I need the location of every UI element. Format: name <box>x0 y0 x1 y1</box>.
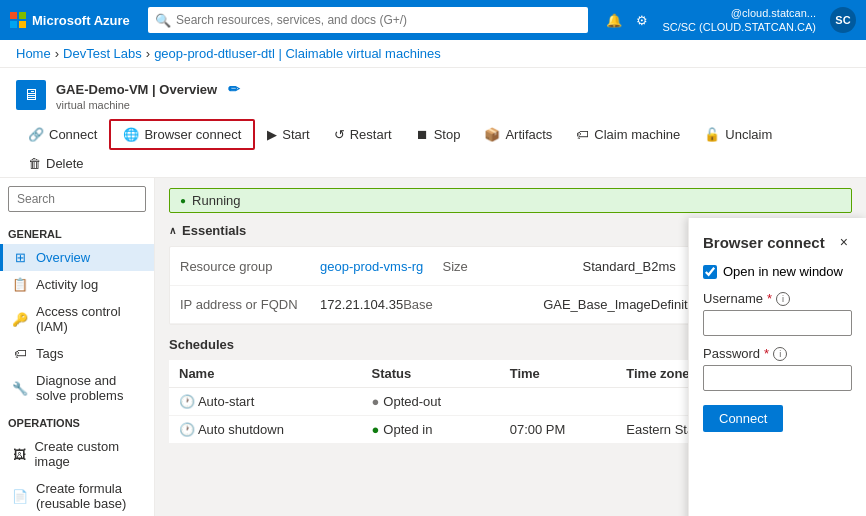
col-status: Status <box>361 360 499 388</box>
schedule-time-1 <box>500 388 617 416</box>
panel-close-button[interactable]: × <box>836 232 852 252</box>
status-text: Running <box>192 193 240 208</box>
sidebar: General ⊞ Overview 📋 Activity log 🔑 Acce… <box>0 178 155 516</box>
tags-icon: 🏷 <box>12 346 28 361</box>
rg-link[interactable]: geop-prod-vms-rg <box>320 259 423 274</box>
artifacts-button[interactable]: 📦 Artifacts <box>472 121 564 148</box>
artifacts-icon: 📦 <box>484 127 500 142</box>
sidebar-item-custom-image[interactable]: 🖼 Create custom image <box>0 433 154 475</box>
browser-connect-icon: 🌐 <box>123 127 139 142</box>
open-new-window-row: Open in new window <box>703 264 852 279</box>
e-label-rg: Resource group <box>180 259 320 274</box>
claim-machine-button[interactable]: 🏷 Claim machine <box>564 121 692 148</box>
sidebar-item-overview[interactable]: ⊞ Overview <box>0 244 154 271</box>
search-input[interactable] <box>148 7 588 33</box>
password-required: * <box>764 346 769 361</box>
activity-log-icon: 📋 <box>12 277 28 292</box>
sidebar-label-custom-image: Create custom image <box>34 439 146 469</box>
sidebar-label-formula: Create formula (reusable base) <box>36 481 146 511</box>
essentials-chevron[interactable]: ∧ <box>169 225 176 236</box>
stop-button[interactable]: ⏹ Stop <box>404 121 473 148</box>
iam-icon: 🔑 <box>12 312 28 327</box>
sidebar-label-diagnose: Diagnose and solve problems <box>36 373 146 403</box>
connect-button[interactable]: 🔗 Connect <box>16 121 109 148</box>
e-value-rg: geop-prod-vms-rg <box>320 259 443 274</box>
sidebar-item-activity-log[interactable]: 📋 Activity log <box>0 271 154 298</box>
status-bar: ● Running <box>169 188 852 213</box>
edit-icon[interactable]: ✏ <box>228 81 240 97</box>
sidebar-label-tags: Tags <box>36 346 63 361</box>
notifications-icon[interactable]: 🔔 <box>606 13 622 28</box>
sidebar-item-iam[interactable]: 🔑 Access control (IAM) <box>0 298 154 340</box>
restart-button[interactable]: ↺ Restart <box>322 121 404 148</box>
essentials-title: Essentials <box>182 223 246 238</box>
global-search[interactable]: 🔍 <box>148 7 588 33</box>
password-info-icon[interactable]: i <box>773 347 787 361</box>
open-new-window-checkbox[interactable] <box>703 265 717 279</box>
status-dot-green-2: ● <box>371 422 379 437</box>
sidebar-search-input[interactable] <box>8 186 146 212</box>
page-title-text: GAE-Demo-VM | Overview <box>56 82 217 97</box>
password-label: Password * i <box>703 346 852 361</box>
status-dot: ● <box>180 195 186 206</box>
schedule-status-2: ● Opted in <box>361 416 499 444</box>
sidebar-section-general: General <box>0 220 154 244</box>
unclaim-button[interactable]: 🔓 Unclaim <box>692 121 784 148</box>
sidebar-item-formula[interactable]: 📄 Create formula (reusable base) <box>0 475 154 516</box>
breadcrumb-home[interactable]: Home <box>16 46 51 61</box>
avatar[interactable]: SC <box>830 7 856 33</box>
schedule-status-1: ● Opted-out <box>361 388 499 416</box>
vm-icon: 🖥 <box>16 80 46 110</box>
restart-icon: ↺ <box>334 127 345 142</box>
username-info-icon[interactable]: i <box>776 292 790 306</box>
browser-connect-panel: Browser connect × Open in new window Use… <box>688 218 866 516</box>
username-label: Username * i <box>703 291 852 306</box>
page-subtitle: virtual machine <box>56 99 240 111</box>
sidebar-label-activity-log: Activity log <box>36 277 98 292</box>
azure-logo: Microsoft Azure <box>10 12 140 28</box>
schedules-title: Schedules <box>169 337 234 352</box>
schedule-time-2: 07:00 PM <box>500 416 617 444</box>
e-value-size: Standard_B2ms <box>583 259 706 274</box>
topbar-brand: Microsoft Azure <box>32 13 130 28</box>
sidebar-item-tags[interactable]: 🏷 Tags <box>0 340 154 367</box>
ms-logo-icon <box>10 12 26 28</box>
schedule-name-1: 🕐 Auto-start <box>169 388 361 416</box>
topbar: Microsoft Azure 🔍 🔔 ⚙ @cloud.statcan... … <box>0 0 866 40</box>
schedule-clock-icon-2: 🕐 <box>179 422 195 437</box>
username-input[interactable] <box>703 310 852 336</box>
connect-submit-button[interactable]: Connect <box>703 405 783 432</box>
start-icon: ▶ <box>267 127 277 142</box>
topbar-right: 🔔 ⚙ @cloud.statcan... SC/SC (CLOUD.STATC… <box>606 6 856 35</box>
page-header: 🖥 GAE-Demo-VM | Overview ✏ virtual machi… <box>0 68 866 178</box>
user-email: @cloud.statcan... <box>662 6 816 20</box>
formula-icon: 📄 <box>12 489 28 504</box>
sidebar-section-operations: Operations <box>0 409 154 433</box>
search-icon: 🔍 <box>155 13 171 28</box>
stop-icon: ⏹ <box>416 127 429 142</box>
e-value-ip: 172.21.104.35 <box>320 297 403 312</box>
start-button[interactable]: ▶ Start <box>255 121 321 148</box>
unclaim-icon: 🔓 <box>704 127 720 142</box>
browser-connect-button[interactable]: 🌐 Browser connect <box>109 119 255 150</box>
col-name: Name <box>169 360 361 388</box>
password-input[interactable] <box>703 365 852 391</box>
sidebar-item-diagnose[interactable]: 🔧 Diagnose and solve problems <box>0 367 154 409</box>
delete-button[interactable]: 🗑 Delete <box>16 150 96 177</box>
open-new-window-label: Open in new window <box>723 264 843 279</box>
overview-icon: ⊞ <box>12 250 28 265</box>
schedule-name-2: 🕐 Auto shutdown <box>169 416 361 444</box>
page-title: GAE-Demo-VM | Overview ✏ <box>56 78 240 99</box>
breadcrumb-claimable[interactable]: geop-prod-dtluser-dtl | Claimable virtua… <box>154 46 441 61</box>
schedule-clock-icon-1: 🕐 <box>179 394 195 409</box>
settings-icon[interactable]: ⚙ <box>636 13 648 28</box>
e-value-base: GAE_Base_ImageDefinition <box>543 297 705 312</box>
col-time: Time <box>500 360 617 388</box>
sidebar-search-container <box>0 178 154 220</box>
toolbar: 🔗 Connect 🌐 Browser connect ▶ Start ↺ Re… <box>16 113 850 177</box>
username-required: * <box>767 291 772 306</box>
essentials-row-3: IP address or FQDN 172.21.104.35 Base GA… <box>170 286 715 324</box>
user-tenant: SC/SC (CLOUD.STATCAN.CA) <box>662 20 816 34</box>
essentials-row-1: Resource group geop-prod-vms-rg Size Sta… <box>170 247 715 286</box>
breadcrumb-devtest[interactable]: DevTest Labs <box>63 46 142 61</box>
